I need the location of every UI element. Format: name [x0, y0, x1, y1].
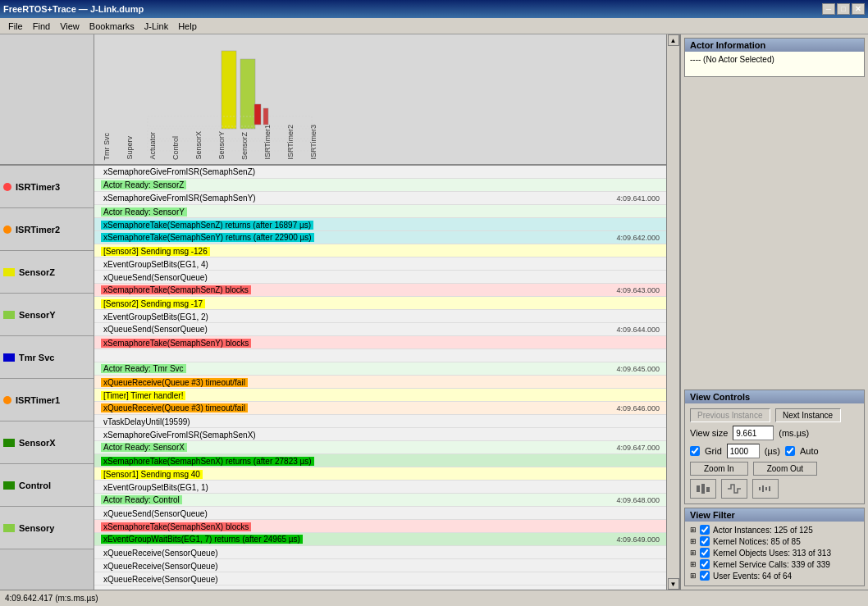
actor-item-sensorz[interactable]: SensorZ: [0, 251, 94, 294]
event-text-2: Actor Ready: SensorZ: [101, 180, 186, 189]
svg-rect-5: [254, 104, 261, 125]
event-text-14: xSemaphoreTake(SemaphSenY) blocks: [101, 339, 251, 348]
menu-file[interactable]: File: [3, 20, 28, 33]
svg-rect-10: [759, 487, 761, 490]
event-text-26: Actor Ready: Control: [101, 495, 182, 504]
filter-label-1: Actor Instances: 125 of 125: [713, 526, 813, 535]
expand-icon-1[interactable]: ⊞: [690, 526, 697, 534]
waveform-icon-2[interactable]: [721, 479, 747, 499]
filter-check-4[interactable]: [700, 559, 710, 569]
event-text-11: [Sensor2] Sending msg -17: [101, 299, 205, 308]
zoom-in-button[interactable]: Zoom In: [690, 462, 748, 476]
menu-bookmarks[interactable]: Bookmarks: [85, 20, 139, 33]
expand-icon-5[interactable]: ⊞: [690, 572, 697, 580]
event-text-4: Actor Ready: SensorY: [101, 207, 187, 216]
event-text-19: xQueueReceive(Queue #3) timeout/fail: [101, 403, 248, 412]
actor-info-text: ---- (No Actor Selected): [690, 55, 774, 64]
event-row-12: xEventGroupSetBits(EG1, 2): [94, 310, 666, 323]
grid-checkbox[interactable]: [690, 446, 700, 456]
filter-row-4: ⊞ Kernel Service Calls: 339 of 339: [690, 559, 859, 569]
event-text-24: [Sensor1] Sending msg 40: [101, 470, 203, 479]
menu-jlink[interactable]: J-Link: [139, 20, 173, 33]
auto-checkbox[interactable]: [785, 446, 795, 456]
actor-dot-isrtimer3: [3, 183, 11, 191]
filter-check-2[interactable]: [700, 536, 710, 546]
grid-input[interactable]: [727, 444, 760, 458]
view-size-unit: (ms.µs): [779, 428, 809, 438]
minimize-button[interactable]: ─: [822, 3, 835, 15]
event-row-20: vTaskDelayUntil(19599): [94, 415, 666, 428]
event-text-29: xEventGroupWaitBits(EG1, 7) returns (aft…: [101, 535, 303, 544]
view-size-input[interactable]: [733, 426, 774, 440]
next-instance-button[interactable]: Next Instance: [775, 408, 841, 422]
vertical-scrollbar[interactable]: ▲ ▼: [666, 34, 679, 590]
zoom-out-button[interactable]: Zoom Out: [753, 462, 817, 476]
actor-square-tmrsvc: [3, 353, 15, 362]
maximize-button[interactable]: □: [837, 3, 850, 15]
event-row-22: Actor Ready: SensorX 4:09.647.000: [94, 441, 666, 454]
prev-instance-button[interactable]: Previous Instance: [690, 408, 770, 422]
timestamp-26: 4:09.648.000: [616, 496, 660, 504]
menu-view[interactable]: View: [55, 20, 85, 33]
close-button[interactable]: ✕: [852, 3, 865, 15]
scroll-down-button[interactable]: ▼: [668, 578, 679, 590]
event-row-2: Actor Ready: SensorZ: [94, 179, 666, 192]
actor-item-isrtimer2[interactable]: ISRTimer2: [0, 208, 94, 251]
filter-check-5[interactable]: [700, 571, 710, 581]
event-row-25: xEventGroupSetBits(EG1, 1): [94, 481, 666, 494]
view-size-row: View size (ms.µs): [690, 426, 859, 440]
window-controls: ─ □ ✕: [822, 3, 865, 15]
event-row-29: xEventGroupWaitBits(EG1, 7) returns (aft…: [94, 533, 666, 546]
actor-item-sensorx[interactable]: SensorX: [0, 421, 94, 464]
menu-help[interactable]: Help: [173, 20, 202, 33]
grid-label: Grid: [705, 446, 722, 456]
menu-find[interactable]: Find: [28, 20, 55, 33]
filter-label-3: Kernel Objects Uses: 313 of 313: [713, 549, 831, 558]
actor-square-sensory2: [3, 524, 15, 532]
scroll-up-button[interactable]: ▲: [668, 34, 679, 46]
svg-rect-1: [240, 59, 255, 129]
expand-icon-2[interactable]: ⊞: [690, 537, 697, 545]
expand-icon-4[interactable]: ⊞: [690, 560, 697, 568]
expand-icon-3[interactable]: ⊞: [690, 549, 697, 557]
actor-item-isrtimer1[interactable]: ISRTimer1: [0, 379, 94, 421]
event-text-18: [Timer] Timer handler!: [101, 391, 185, 400]
event-text-27: xQueueSend(SensorQueue): [101, 509, 210, 518]
event-text-1: xSemaphoreGiveFromISR(SemaphSenZ): [101, 167, 258, 176]
right-panel: Actor Information ---- (No Actor Selecte…: [679, 34, 868, 590]
actor-label-isrtimer1: ISRTimer1: [16, 395, 60, 405]
actor-item-control[interactable]: Control: [0, 464, 94, 507]
timestamp-6: 4:09.642.000: [616, 234, 660, 242]
events-list: xSemaphoreGiveFromISR(SemaphSenZ) Actor …: [94, 166, 666, 590]
event-row-7: [Sensor3] Sending msg -126: [94, 244, 666, 257]
actor-label-sensorx: SensorX: [19, 438, 56, 448]
event-row-3: xSemaphoreGiveFromISR(SemaphSenY) 4:09.6…: [94, 192, 666, 205]
event-text-9: xQueueSend(SensorQueue): [101, 273, 210, 282]
svg-rect-6: [263, 108, 268, 125]
waveform-icon-3[interactable]: [752, 479, 779, 499]
svg-rect-0: [222, 51, 236, 129]
actor-item-tmrsvc[interactable]: Tmr Svc: [0, 336, 94, 379]
event-text-32: xQueueReceive(SensorQueue): [101, 575, 221, 584]
actor-square-control: [3, 481, 15, 490]
event-row-16: Actor Ready: Tmr Svc 4:09.645.000: [94, 362, 666, 376]
waveform-icon-1[interactable]: [690, 479, 716, 499]
event-text-25: xEventGroupSetBits(EG1, 1): [101, 483, 211, 492]
filter-check-1[interactable]: [700, 525, 710, 535]
main-view: ISRTimer3 ISRTimer2 SensorZ SensorY Tmr …: [0, 34, 868, 590]
actor-label-sensory2: Sensory: [19, 523, 54, 533]
status-text: 4:09.642.417 (m:s.ms.µs): [5, 594, 98, 603]
view-controls-content: Previous Instance Next Instance View siz…: [685, 403, 864, 503]
view-filter-content: ⊞ Actor Instances: 125 of 125 ⊞ Kernel N…: [685, 522, 864, 585]
event-text-20: vTaskDelayUntil(19599): [101, 417, 193, 426]
auto-label: Auto: [800, 446, 819, 456]
actor-item-isrtimer3[interactable]: ISRTimer3: [0, 166, 94, 208]
filter-check-3[interactable]: [700, 548, 710, 558]
event-row-4: Actor Ready: SensorY: [94, 205, 666, 218]
event-row-30: xQueueReceive(SensorQueue): [94, 546, 666, 559]
event-row-13: xQueueSend(SensorQueue) 4:09.644.000: [94, 323, 666, 336]
actor-item-sensory2[interactable]: Sensory: [0, 507, 94, 549]
event-row-5: xSemaphoreTake(SemaphSenZ) returns (afte…: [94, 218, 666, 231]
actor-item-sensory[interactable]: SensorY: [0, 294, 94, 336]
filter-label-5: User Events: 64 of 64: [713, 572, 792, 581]
